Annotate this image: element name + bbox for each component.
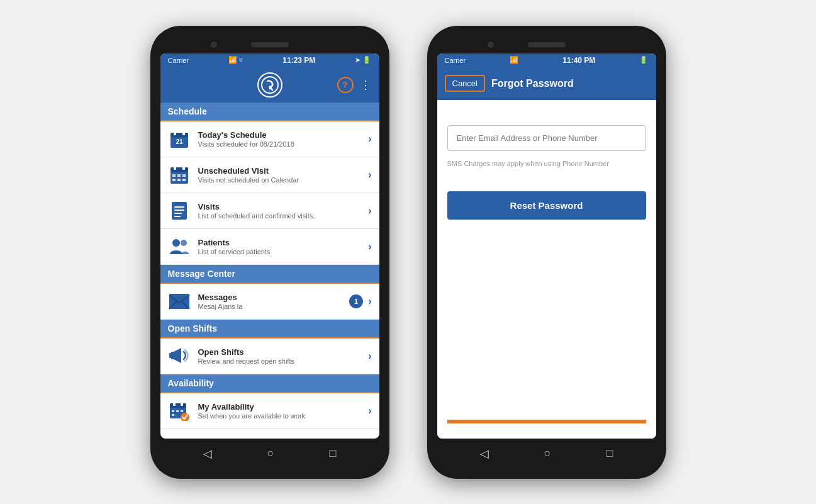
menu-item-patients[interactable]: Patients List of serviced patients › bbox=[160, 229, 379, 265]
list-doc-icon bbox=[168, 199, 191, 222]
app-logo-1 bbox=[257, 72, 282, 98]
calendar-icon: 21 bbox=[168, 128, 191, 150]
reset-password-button[interactable]: Reset Password bbox=[447, 191, 646, 220]
fp-header: Cancel Forgot Password bbox=[437, 67, 656, 100]
svg-rect-32 bbox=[172, 410, 174, 412]
phone-camera-1 bbox=[211, 42, 217, 48]
chevron-icon-5: › bbox=[368, 296, 371, 307]
people-icon bbox=[168, 235, 191, 258]
messages-text: Messages Mesaj Ajans la bbox=[198, 293, 350, 310]
svg-rect-9 bbox=[182, 165, 185, 170]
svg-rect-18 bbox=[174, 210, 184, 211]
wifi-icon-1: 📶 ▿ bbox=[228, 56, 243, 64]
orange-bar bbox=[447, 420, 646, 423]
home-button-1[interactable]: ○ bbox=[267, 447, 274, 460]
open-shifts-text: Open Shifts Review and request open shif… bbox=[198, 347, 369, 365]
svg-rect-14 bbox=[177, 179, 181, 181]
chevron-icon-7: › bbox=[368, 405, 371, 417]
section-header-open-shifts: Open Shifts bbox=[160, 320, 379, 339]
chevron-icon-4: › bbox=[368, 241, 371, 252]
back-button-2[interactable]: ◁ bbox=[480, 447, 489, 461]
svg-rect-30 bbox=[173, 401, 176, 406]
wifi-icon-2: 📶 bbox=[510, 56, 518, 64]
unscheduled-visit-text: Unscheduled Visit Visits not scheduled o… bbox=[198, 166, 369, 184]
todays-schedule-text: Today's Schedule Visits scheduled for 08… bbox=[198, 130, 369, 148]
svg-rect-12 bbox=[182, 174, 186, 177]
carrier-2: Carrier bbox=[445, 57, 466, 64]
svg-rect-11 bbox=[177, 174, 181, 177]
cancel-button[interactable]: Cancel bbox=[445, 75, 485, 92]
megaphone-icon bbox=[168, 345, 191, 367]
chevron-icon-6: › bbox=[368, 350, 371, 362]
sms-hint: SMS Charges may apply when using Phone N… bbox=[447, 159, 646, 169]
status-bar-2: Carrier 📶 11:40 PM 🔋 bbox=[437, 53, 656, 67]
svg-rect-33 bbox=[176, 410, 179, 412]
svg-rect-20 bbox=[174, 216, 181, 217]
visits-text: Visits List of scheduled and confirmed v… bbox=[198, 202, 369, 220]
svg-rect-19 bbox=[174, 213, 182, 214]
menu-item-unscheduled-visit[interactable]: Unscheduled Visit Visits not scheduled o… bbox=[160, 157, 379, 193]
menu-item-open-shifts[interactable]: Open Shifts Review and request open shif… bbox=[160, 339, 379, 374]
svg-rect-2 bbox=[170, 133, 188, 137]
grid-calendar-icon bbox=[168, 164, 191, 186]
menu-item-messages[interactable]: Messages Mesaj Ajans la 1 › bbox=[160, 284, 379, 320]
recent-button-2[interactable]: □ bbox=[606, 447, 613, 460]
phone-top-bar-2 bbox=[437, 36, 656, 53]
svg-rect-31 bbox=[181, 401, 183, 406]
chevron-icon-3: › bbox=[368, 205, 371, 216]
phone-screen-2: Carrier 📶 11:40 PM 🔋 Cancel Forgot Passw… bbox=[437, 53, 656, 439]
status-bar-1: Carrier 📶 ▿ 11:23 PM ➤ 🔋 bbox=[160, 53, 379, 67]
svg-rect-7 bbox=[170, 167, 188, 172]
header-right-1: ? ⋮ bbox=[337, 77, 372, 93]
phone-2: Carrier 📶 11:40 PM 🔋 Cancel Forgot Passw… bbox=[427, 26, 666, 479]
screen-content-1: Schedule 21 Today's Schedule Visits sche… bbox=[160, 103, 379, 439]
svg-rect-4 bbox=[182, 130, 185, 135]
svg-rect-34 bbox=[181, 410, 183, 412]
svg-rect-27 bbox=[169, 353, 174, 358]
section-header-messages: Message Center bbox=[160, 265, 379, 284]
svg-rect-35 bbox=[172, 414, 174, 416]
back-button-1[interactable]: ◁ bbox=[203, 447, 212, 461]
chevron-icon-2: › bbox=[368, 169, 371, 181]
svg-rect-3 bbox=[174, 130, 176, 135]
section-header-schedule: Schedule bbox=[160, 103, 379, 121]
svg-rect-15 bbox=[182, 179, 186, 181]
menu-item-todays-schedule[interactable]: 21 Today's Schedule Visits scheduled for… bbox=[160, 121, 379, 157]
svg-rect-8 bbox=[174, 165, 176, 170]
phone-camera-2 bbox=[488, 42, 494, 48]
help-icon-1[interactable]: ? bbox=[337, 77, 354, 93]
phone-bottom-bar-1: ◁ ○ □ bbox=[160, 439, 379, 469]
message-badge: 1 bbox=[349, 294, 363, 308]
email-phone-input[interactable] bbox=[447, 125, 646, 151]
carrier-1: Carrier bbox=[168, 57, 189, 64]
app-header-1: ? ⋮ bbox=[160, 67, 379, 103]
chevron-icon: › bbox=[368, 133, 371, 145]
svg-point-0 bbox=[262, 77, 278, 93]
phone-speaker-1 bbox=[251, 42, 289, 47]
svg-rect-29 bbox=[170, 403, 186, 408]
svg-text:21: 21 bbox=[176, 138, 183, 145]
menu-item-visits[interactable]: Visits List of scheduled and confirmed v… bbox=[160, 193, 379, 229]
phone-top-bar-1 bbox=[160, 36, 379, 53]
menu-item-my-availability[interactable]: My Availability Set when you are availab… bbox=[160, 393, 379, 429]
fp-title: Forgot Password bbox=[491, 78, 574, 89]
battery-icons-1: ➤ 🔋 bbox=[355, 56, 371, 64]
svg-rect-17 bbox=[174, 206, 184, 208]
time-2: 11:40 PM bbox=[562, 56, 595, 65]
battery-icon-2: 🔋 bbox=[639, 56, 648, 64]
envelope-icon bbox=[168, 290, 191, 313]
phone-bottom-bar-2: ◁ ○ □ bbox=[437, 439, 656, 469]
home-button-2[interactable]: ○ bbox=[544, 447, 551, 460]
section-header-availability: Availability bbox=[160, 374, 379, 393]
fp-body: SMS Charges may apply when using Phone N… bbox=[437, 100, 656, 439]
svg-point-21 bbox=[172, 239, 180, 247]
recent-button-1[interactable]: □ bbox=[330, 447, 337, 460]
patients-text: Patients List of serviced patients bbox=[198, 238, 369, 255]
my-availability-text: My Availability Set when you are availab… bbox=[198, 402, 369, 420]
menu-icon-1[interactable]: ⋮ bbox=[360, 78, 372, 92]
phone-1: Carrier 📶 ▿ 11:23 PM ➤ 🔋 ? ⋮ S bbox=[150, 26, 389, 479]
phone-speaker-2 bbox=[528, 42, 566, 47]
svg-point-22 bbox=[181, 240, 187, 246]
time-1: 11:23 PM bbox=[282, 56, 315, 65]
avail-calendar-icon bbox=[168, 400, 191, 422]
